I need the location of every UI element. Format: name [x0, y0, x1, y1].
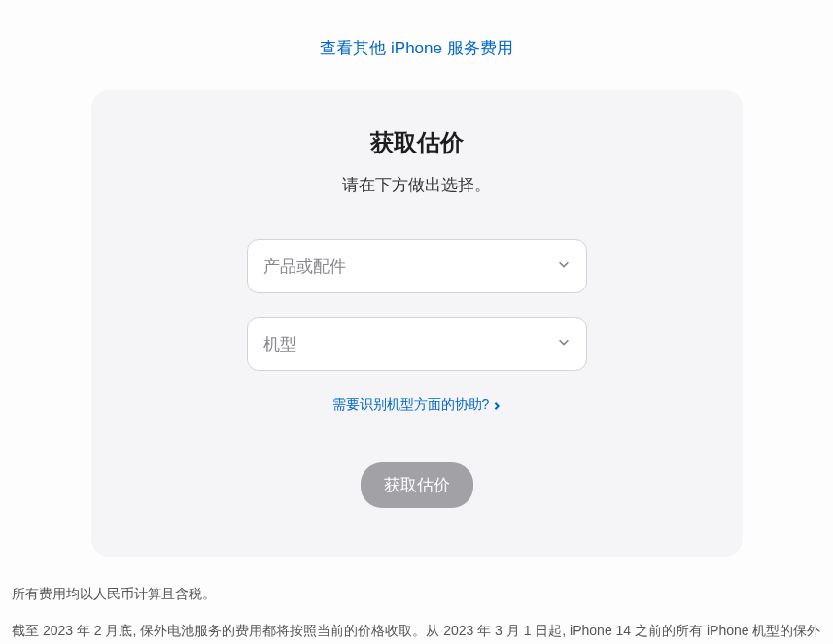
footer-line-2: 截至 2023 年 2 月底, 保外电池服务的费用都将按照当前的价格收取。从 2… — [12, 617, 821, 644]
chevron-down-icon — [557, 256, 571, 276]
get-estimate-button[interactable]: 获取估价 — [361, 462, 473, 508]
estimate-card: 获取估价 请在下方做出选择。 产品或配件 机型 需要识别机型方面的协助? 获取估… — [91, 90, 743, 557]
top-link-row: 查看其他 iPhone 服务费用 — [0, 0, 833, 59]
card-subtitle: 请在下方做出选择。 — [130, 174, 704, 196]
help-link-label: 需要识别机型方面的协助? — [332, 396, 490, 414]
card-title: 获取估价 — [130, 127, 704, 158]
footer-line-1: 所有费用均以人民币计算且含税。 — [12, 580, 821, 607]
submit-row: 获取估价 — [130, 462, 704, 508]
footer-notes: 所有费用均以人民币计算且含税。 截至 2023 年 2 月底, 保外电池服务的费… — [0, 557, 833, 644]
product-select[interactable]: 产品或配件 — [247, 239, 587, 293]
other-service-fees-link[interactable]: 查看其他 iPhone 服务费用 — [320, 39, 512, 57]
chevron-right-icon — [493, 397, 501, 413]
product-select-placeholder: 产品或配件 — [263, 255, 346, 278]
footer-line-2-text: 截至 2023 年 2 月底, 保外电池服务的费用都将按照当前的价格收取。从 2… — [12, 623, 820, 644]
product-select-wrap: 产品或配件 — [247, 239, 587, 293]
model-select-wrap: 机型 — [247, 317, 587, 371]
identify-model-help-link[interactable]: 需要识别机型方面的协助? — [332, 396, 502, 414]
model-select-placeholder: 机型 — [263, 333, 296, 356]
model-select[interactable]: 机型 — [247, 317, 587, 371]
chevron-down-icon — [557, 334, 571, 354]
